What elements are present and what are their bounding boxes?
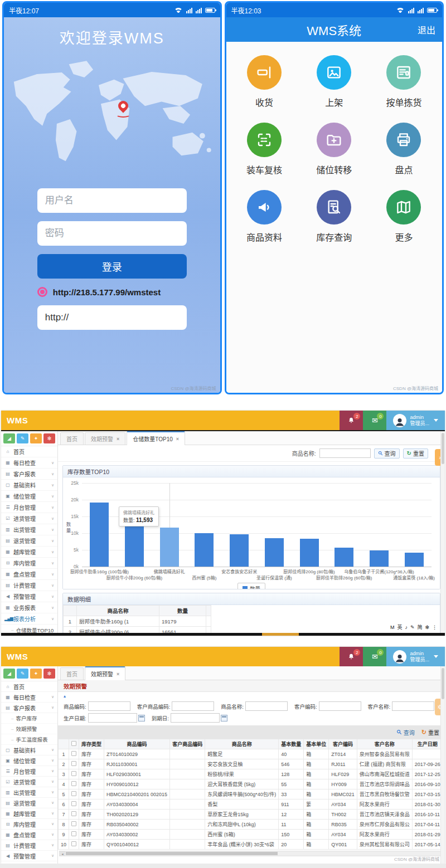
- filter-date-input-2[interactable]: [171, 713, 220, 723]
- login-button[interactable]: 登录: [37, 254, 187, 279]
- tab-仓储数量TOP10[interactable]: 仓储数量TOP10×: [127, 431, 185, 445]
- logout-button[interactable]: 退出: [410, 23, 442, 36]
- filter-input-3[interactable]: [245, 701, 288, 711]
- app-menu-item-4[interactable]: 装车复核: [230, 123, 299, 176]
- sidebar-item-每日检查[interactable]: ▦每日检查∨: [1, 457, 57, 469]
- sidebar-subitem-客户库存[interactable]: 客户库存: [1, 713, 57, 724]
- quick-apps-button[interactable]: ✦: [30, 433, 42, 443]
- row-checkbox[interactable]: [71, 821, 76, 826]
- sidebar-item-客户报表[interactable]: ▤客户报表∨: [1, 703, 57, 713]
- sidebar-item-报表分析[interactable]: ▂▄▆报表分析∨: [1, 613, 57, 625]
- app-menu-item-2[interactable]: 上架: [299, 55, 369, 109]
- sidebar-item-进货管理[interactable]: ☑进货管理∨: [1, 513, 57, 524]
- app-menu-item-5[interactable]: 储位转移: [299, 123, 369, 176]
- chart-bar[interactable]: [160, 528, 179, 567]
- horizontal-scrollbar[interactable]: ◂: [59, 851, 445, 856]
- sidebar-subitem-效期预警[interactable]: 效期预警: [1, 724, 57, 734]
- query-button[interactable]: 查询: [374, 448, 400, 459]
- ime-toolbar[interactable]: M英♪✎简✻⋮: [388, 623, 439, 631]
- table-row[interactable]: 4库存HY009010012迎大耳铁香菇煲 (5kg)55箱HY009晋江市池店…: [59, 779, 445, 789]
- quick-settings-button[interactable]: ✻: [43, 669, 55, 679]
- sidebar-item-业务报表[interactable]: ▦业务报表∨: [1, 602, 57, 613]
- chart-bar[interactable]: [265, 538, 284, 567]
- table-row[interactable]: 1库存ZT014010029鳕鳘足40箱ZT014泉州智泰食品贸易有限360: [59, 749, 445, 759]
- sidebar-item-首页[interactable]: ⌂首页: [1, 446, 57, 457]
- chart-bar[interactable]: [334, 548, 353, 567]
- app-menu-item-1[interactable]: 收货: [230, 55, 299, 109]
- sidebar-item-出货管理[interactable]: ▥出货管理∨: [1, 787, 57, 798]
- close-icon[interactable]: ×: [117, 671, 119, 677]
- chart-bar[interactable]: [230, 534, 249, 567]
- row-checkbox[interactable]: [71, 781, 76, 786]
- tab-效期预警[interactable]: 效期预警×: [85, 666, 125, 680]
- row-checkbox[interactable]: [71, 831, 76, 836]
- row-checkbox[interactable]: [71, 811, 76, 816]
- quick-chart-button[interactable]: ◢: [3, 669, 15, 679]
- filter-input-2[interactable]: [172, 701, 214, 711]
- vertical-scrollbar[interactable]: [440, 666, 445, 864]
- tab-效期预警[interactable]: 效期预警×: [85, 432, 125, 445]
- row-checkbox[interactable]: [71, 751, 76, 756]
- chart-bar[interactable]: [90, 503, 109, 567]
- notifications-button[interactable]: 2: [340, 647, 363, 666]
- chart-bar[interactable]: [370, 550, 389, 567]
- table-row[interactable]: 5库存HBMC0210400201 002015东风螺调味牛腩(500g*40包…: [59, 789, 445, 799]
- table-row[interactable]: 1厨邦佳牛肋条160g (119179: [64, 616, 211, 627]
- user-menu[interactable]: admin管理员...: [386, 647, 445, 666]
- sidebar-item-盘点管理[interactable]: ▦盘点管理∨: [1, 830, 57, 840]
- row-checkbox[interactable]: [71, 771, 76, 776]
- row-checkbox[interactable]: [71, 791, 76, 796]
- sidebar-subitem-手工温度报表[interactable]: 手工温度报表: [1, 734, 57, 745]
- user-menu[interactable]: admin管理员...: [386, 411, 445, 430]
- server-radio-row[interactable]: http://218.5.177.99/wmstest: [37, 287, 187, 297]
- quick-edit-button[interactable]: ✎: [17, 433, 28, 443]
- chart-legend[interactable]: 数量: [237, 583, 265, 589]
- sidebar-item-每日检查[interactable]: ▦每日检查∨: [1, 692, 57, 703]
- vertical-scrollbar[interactable]: [440, 431, 445, 633]
- sidebar-item-月台管理[interactable]: ☰月台管理∨: [1, 766, 57, 777]
- sidebar-item-计费管理[interactable]: ▤计费管理∨: [1, 840, 57, 851]
- quick-settings-button[interactable]: ✻: [43, 433, 55, 443]
- sidebar-item-储位管理[interactable]: ▣储位管理∨: [1, 755, 57, 766]
- sidebar-item-计费管理[interactable]: ▤计费管理∨: [1, 580, 57, 591]
- sidebar-item-进货管理[interactable]: ☑进货管理∨: [1, 777, 57, 787]
- sidebar-item-预警管理[interactable]: ◀预警管理∨: [1, 851, 57, 861]
- filter-date-input-1[interactable]: [88, 713, 137, 723]
- sidebar-item-基础资料[interactable]: ▢基础资料∨: [1, 480, 57, 491]
- calendar-icon[interactable]: [221, 715, 227, 721]
- select-all-checkbox[interactable]: [71, 741, 76, 746]
- sidebar-item-越库管理[interactable]: ▦越库管理∨: [1, 808, 57, 819]
- password-input[interactable]: [37, 221, 187, 246]
- sidebar-item-出货管理[interactable]: ▥出货管理∨: [1, 524, 57, 535]
- calendar-icon[interactable]: [138, 715, 145, 721]
- filter-input-1[interactable]: [88, 701, 130, 711]
- quick-edit-button[interactable]: ✎: [17, 669, 28, 679]
- app-menu-item-6[interactable]: 盘点: [369, 123, 439, 176]
- sidebar-item-越库管理[interactable]: ▦越库管理∨: [1, 547, 57, 558]
- close-icon[interactable]: ×: [176, 436, 179, 442]
- chart-bar[interactable]: [195, 533, 214, 567]
- chart-bar[interactable]: [300, 539, 319, 567]
- table-row[interactable]: 3库存HLF029030001粉猕桃/绿果128箱HLF029佛山市南海区桂城街…: [59, 769, 445, 779]
- sidebar-item-库内管理[interactable]: ⊟库内管理∨: [1, 558, 57, 569]
- app-menu-item-8[interactable]: 库存查询: [299, 190, 369, 243]
- app-menu-item-3[interactable]: 按单拣货: [369, 55, 439, 109]
- row-checkbox[interactable]: [71, 761, 76, 766]
- messages-button[interactable]: ✉0: [363, 411, 386, 430]
- query-button[interactable]: 查询: [396, 728, 415, 737]
- app-menu-item-7[interactable]: 商品资料: [230, 190, 299, 243]
- table-row[interactable]: 8库存RB035040002六和冻鸡翅中L (10kg)11箱RB035泉州市仁…: [59, 820, 445, 830]
- sidebar-item-基础资料[interactable]: ▢基础资料∨: [1, 745, 57, 755]
- collapse-arrow-icon[interactable]: ▴: [64, 694, 439, 699]
- close-icon[interactable]: ×: [117, 436, 119, 442]
- notifications-button[interactable]: 2: [340, 411, 363, 430]
- quick-chart-button[interactable]: ◢: [3, 433, 15, 443]
- table-row[interactable]: 7库存TH002020129草原家王龙骨15kg12箱TH002晋江市池店镇天泽…: [59, 810, 445, 820]
- sidebar-item-库内管理[interactable]: ⊟库内管理∨: [1, 819, 57, 830]
- tab-首页[interactable]: 首页: [60, 667, 84, 680]
- quick-apps-button[interactable]: ✦: [30, 669, 42, 679]
- table-row[interactable]: 9库存AY034030002西州蜜 (5箱)150箱AY034阿友水果商行201…: [59, 830, 445, 840]
- sidebar-item-客户报表[interactable]: ▤客户报表∨: [1, 469, 57, 480]
- radio-selected-icon[interactable]: [37, 287, 47, 297]
- username-input[interactable]: [37, 188, 187, 213]
